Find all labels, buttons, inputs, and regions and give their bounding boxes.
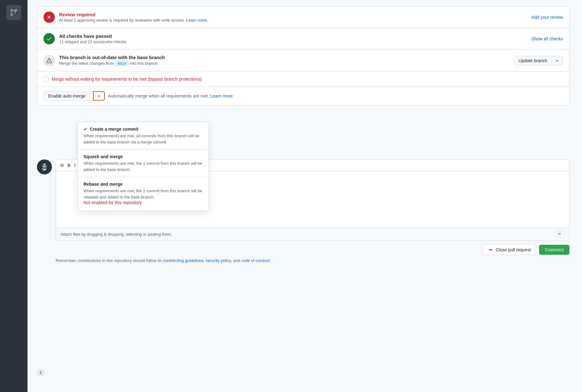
bypass-row: Merge without waiting for requirements t… [37, 72, 569, 87]
close-pr-icon [488, 247, 493, 252]
merge-type-dropdown: ✓ Create a merge commit When requirement… [78, 122, 209, 211]
checks-passed-subtitle: 11 skipped and 21 successful checks [59, 39, 532, 44]
svg-point-2 [11, 14, 13, 16]
branch-warning-icon [43, 55, 55, 66]
update-branch-main-button[interactable]: Update branch [514, 56, 552, 65]
review-required-title: Review required [59, 12, 532, 17]
checks-passed-title: All checks have passed [59, 33, 532, 39]
source-control-icon [9, 8, 18, 17]
enable-auto-merge-button[interactable]: Enable auto-merge [43, 91, 90, 101]
user-avatar [37, 159, 52, 174]
heading-icon[interactable]: H [60, 163, 64, 168]
code-of-conduct-link[interactable]: code of conduct [241, 258, 270, 263]
svg-point-8 [45, 165, 46, 166]
auto-merge-dropdown-toggle[interactable] [93, 91, 105, 101]
dropdown-arrow-icon [97, 94, 101, 98]
check-icon [46, 36, 52, 42]
show-all-checks-action: Show all checks [532, 36, 563, 41]
chevron-down-icon [555, 58, 559, 63]
info-icon-bottom: ℹ [37, 369, 44, 376]
x-icon [46, 14, 52, 20]
bypass-checkbox[interactable] [43, 77, 48, 82]
bypass-label: Merge without waiting for requirements t… [52, 77, 202, 82]
rebase-not-enabled: Not enabled for this repository [84, 200, 203, 205]
user-avatar-area [37, 159, 52, 174]
auto-merge-description: Automatically merge when all requirement… [108, 93, 232, 98]
italic-icon[interactable]: I [74, 163, 75, 168]
contributing-guidelines-link[interactable]: contributing guidelines [163, 258, 203, 263]
merge-commit-desc: When requirements are met, all commits f… [84, 133, 203, 145]
checks-passed-row: All checks have passed 11 skipped and 21… [37, 28, 569, 50]
rebase-title: Rebase and merge [84, 182, 203, 187]
dropdown-item-merge-commit[interactable]: ✓ Create a merge commit When requirement… [78, 122, 209, 150]
comment-footer: Attach files by dragging & dropping, sel… [56, 228, 569, 240]
squash-title: Squash and merge [84, 154, 203, 159]
squash-desc: When requirements are met, the 1 commit … [84, 160, 203, 173]
review-required-row: Review required At least 1 approving rev… [37, 7, 569, 28]
branch-name-tag: main [115, 61, 129, 66]
markdown-icon: MD [558, 232, 563, 235]
security-policy-link[interactable]: security policy [206, 258, 231, 263]
checks-passed-icon [43, 33, 55, 44]
octocat-avatar [38, 161, 51, 173]
close-pull-request-button[interactable]: Close pull request [483, 244, 536, 255]
rebase-desc: When requirements are met, the 1 commit … [84, 188, 203, 200]
update-branch-action: Update branch [514, 56, 563, 65]
warning-triangle-icon [46, 58, 52, 63]
svg-point-1 [15, 9, 17, 11]
review-required-subtitle: At least 1 approving review is required … [59, 18, 532, 23]
auto-merge-row: Enable auto-merge Automatically merge wh… [37, 87, 569, 105]
left-sidebar [0, 0, 28, 392]
update-branch-button[interactable]: Update branch [514, 56, 563, 65]
branch-outdated-text: This branch is out-of-date with the base… [59, 55, 514, 66]
branch-outdated-subtitle: Merge the latest changes from main into … [59, 61, 514, 66]
dropdown-item-rebase[interactable]: Rebase and merge When requirements are m… [78, 177, 209, 211]
svg-point-7 [43, 165, 44, 166]
update-branch-dropdown-button[interactable] [552, 57, 563, 65]
contributing-guidelines-text: Remember, contributions to this reposito… [56, 258, 569, 263]
review-required-text: Review required At least 1 approving rev… [59, 12, 532, 23]
action-buttons-row: Close pull request Comment [56, 244, 569, 255]
merge-commit-title: ✓ Create a merge commit [84, 127, 203, 132]
bold-icon[interactable]: B [67, 163, 70, 168]
merge-commit-check: ✓ [84, 127, 87, 132]
sidebar-logo[interactable] [6, 5, 21, 20]
branch-outdated-row: This branch is out-of-date with the base… [37, 50, 569, 72]
add-your-review-link[interactable]: Add your review [532, 15, 563, 20]
attach-files-hint: Attach files by dragging & dropping, sel… [60, 232, 172, 237]
checks-passed-text: All checks have passed 11 skipped and 21… [59, 33, 532, 44]
auto-merge-learn-more-link[interactable]: Learn more [210, 93, 233, 98]
branch-outdated-title: This branch is out-of-date with the base… [59, 55, 514, 60]
markdown-badge: MD [555, 231, 565, 237]
svg-point-0 [11, 9, 13, 11]
show-all-checks-link[interactable]: Show all checks [532, 36, 563, 41]
review-required-icon [43, 12, 55, 23]
svg-text:MD: MD [558, 233, 561, 235]
comment-button[interactable]: Comment [539, 245, 569, 255]
add-review-action: Add your review [532, 15, 563, 20]
merge-checks-section: Review required At least 1 approving rev… [37, 6, 569, 105]
review-learn-more-link[interactable]: Learn more. [186, 18, 208, 23]
dropdown-item-squash[interactable]: Squash and merge When requirements are m… [78, 150, 209, 177]
